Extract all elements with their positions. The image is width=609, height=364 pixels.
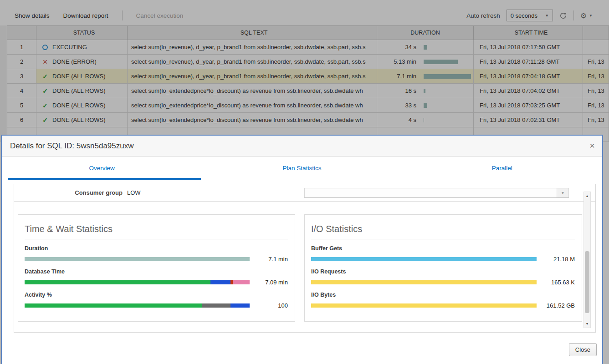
- overview-tab-content: Consumer group LOW ▼ Time & Wait Statist…: [14, 184, 596, 333]
- metric-bar-row: 7.1 min: [25, 256, 288, 263]
- panel-title: Time & Wait Statistics: [25, 224, 288, 234]
- scrollbar-thumb[interactable]: [585, 251, 589, 313]
- close-button[interactable]: Close: [569, 343, 597, 356]
- metric: I/O Requests165.63 K: [311, 268, 575, 286]
- dialog-header: Details for SQL ID: 5wsn5da95zuxw ×: [2, 136, 602, 157]
- metric: Buffer Gets21.18 M: [311, 245, 575, 263]
- metric-label: I/O Bytes: [311, 292, 575, 298]
- metric-bar-row: 165.63 K: [311, 279, 575, 286]
- consumer-group-value: LOW: [127, 189, 141, 196]
- empty-select[interactable]: ▼: [304, 188, 569, 198]
- chevron-down-icon[interactable]: ▼: [557, 188, 568, 197]
- metric: Activity %100: [25, 292, 288, 309]
- divider: [25, 239, 288, 239]
- metric-value: 165.63 K: [537, 279, 575, 286]
- consumer-group-row: Consumer group LOW ▼: [14, 184, 595, 202]
- metric-value: 21.18 M: [537, 256, 575, 263]
- metric-bar-row: 7.09 min: [25, 279, 288, 286]
- bar-segment: [202, 303, 230, 308]
- close-icon[interactable]: ×: [589, 141, 595, 151]
- sql-details-dialog: Details for SQL ID: 5wsn5da95zuxw × Over…: [1, 135, 603, 364]
- io-statistics-panel: I/O Statistics Buffer Gets21.18 MI/O Req…: [304, 214, 582, 322]
- metric-bar-row: 161.52 GB: [311, 302, 575, 309]
- bar-segment: [311, 280, 537, 284]
- metric-bar: [311, 257, 537, 261]
- metric-bar-row: 100: [25, 302, 288, 309]
- metric-label: Activity %: [25, 292, 288, 298]
- metric-bar: [25, 303, 250, 308]
- bar-segment: [25, 303, 202, 308]
- bar-segment: [311, 303, 537, 308]
- metrics-list: Duration7.1 minDatabase Time7.09 minActi…: [25, 245, 288, 309]
- metric-label: I/O Requests: [311, 268, 575, 275]
- bar-segment: [210, 280, 230, 284]
- metric-value: 7.09 min: [250, 279, 288, 286]
- metric-value: 100: [250, 302, 288, 309]
- metric-bar: [25, 280, 250, 284]
- content-scrollbar[interactable]: ▲ ▼: [583, 192, 591, 328]
- divider: [311, 239, 575, 239]
- tab-plan-statistics[interactable]: Plan Statistics: [202, 157, 402, 180]
- scroll-down-icon[interactable]: ▼: [584, 322, 590, 325]
- bar-segment: [233, 280, 250, 284]
- metrics-list: Buffer Gets21.18 MI/O Requests165.63 KI/…: [311, 245, 575, 309]
- metric-bar: [25, 257, 250, 261]
- time-wait-statistics-panel: Time & Wait Statistics Duration7.1 minDa…: [18, 214, 295, 322]
- metric: I/O Bytes161.52 GB: [311, 292, 575, 309]
- metric-value: 161.52 GB: [537, 302, 575, 309]
- consumer-group-label: Consumer group: [14, 189, 123, 196]
- panel-title: I/O Statistics: [311, 224, 575, 234]
- metric-bar-row: 21.18 M: [311, 256, 575, 263]
- bar-segment: [25, 257, 250, 261]
- metric: Duration7.1 min: [25, 245, 288, 263]
- metric-label: Duration: [25, 245, 288, 252]
- bar-segment: [230, 303, 250, 308]
- tab-parallel[interactable]: Parallel: [402, 157, 602, 180]
- tab-overview[interactable]: Overview: [2, 157, 202, 180]
- dialog-tabs: OverviewPlan StatisticsParallel: [2, 157, 602, 180]
- dialog-title: Details for SQL ID: 5wsn5da95zuxw: [10, 142, 134, 151]
- metric-bar: [311, 280, 537, 284]
- metric-label: Buffer Gets: [311, 245, 575, 252]
- metric-bar: [311, 303, 537, 308]
- metric-label: Database Time: [25, 268, 288, 275]
- bar-segment: [25, 280, 210, 284]
- scroll-up-icon[interactable]: ▲: [584, 194, 590, 197]
- bar-segment: [311, 257, 537, 261]
- metric: Database Time7.09 min: [25, 268, 288, 286]
- metric-value: 7.1 min: [250, 256, 288, 263]
